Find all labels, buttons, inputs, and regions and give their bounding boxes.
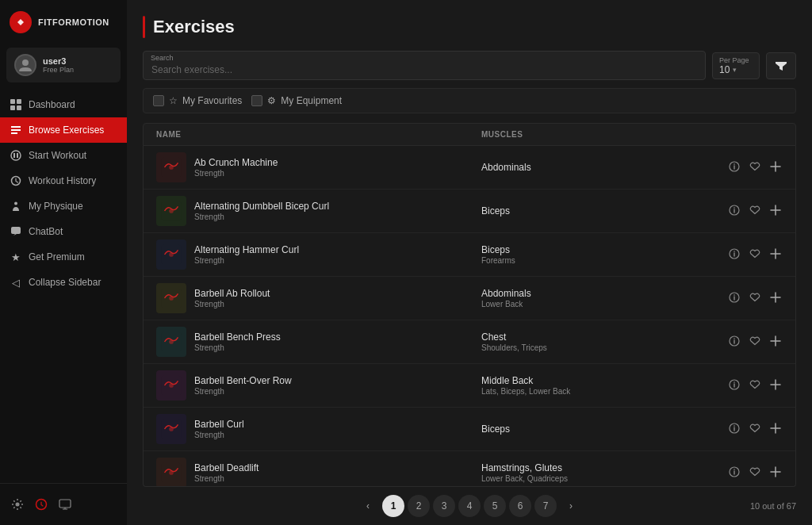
muscle-primary: Middle Back [481,375,719,386]
svg-point-9 [14,202,17,205]
pagination-page-4[interactable]: 4 [458,495,481,517]
logo-text: FITFORMOTION [38,17,109,27]
row-actions [719,203,783,220]
add-button[interactable] [768,377,783,394]
bottom-icons [0,490,127,519]
info-button[interactable] [727,203,741,219]
exercise-type: Strength [194,256,299,265]
sidebar-nav: Dashboard Browse Exercises Start Workout [0,86,127,483]
pagination-page-3[interactable]: 3 [433,495,455,517]
pagination-page-5[interactable]: 5 [484,495,506,517]
exercise-details: Barbell Deadlift Strength [194,462,259,483]
sidebar-item-workout-history[interactable]: Workout History [0,168,127,194]
add-button[interactable] [768,290,783,307]
sidebar-item-get-premium[interactable]: ★ Get Premium [0,244,127,270]
col-header-name: NAME [156,130,481,139]
exercise-type: Strength [194,213,329,221]
muscle-secondary: Lower Back [481,300,719,308]
exercise-name: Barbell Bent-Over Row [194,375,292,386]
add-button[interactable] [768,334,783,351]
table-row: Barbell Deadlift Strength Hamstrings, Gl… [144,451,795,487]
svg-point-23 [169,252,174,257]
sidebar-item-browse-exercises[interactable]: Browse Exercises [0,117,127,143]
exercise-name: Barbell Curl [194,419,244,430]
info-button[interactable] [727,465,741,481]
pagination-next[interactable]: › [560,495,582,517]
favourite-button[interactable] [748,334,762,350]
svg-point-7 [11,151,21,160]
exercises-table: NAME MUSCLES Ab Crunch Machine Strength … [143,123,796,487]
favourites-filter[interactable]: ☆ My Favourites [153,95,242,106]
favourite-button[interactable] [748,421,762,437]
info-button[interactable] [727,334,741,350]
table-header: NAME MUSCLES [143,123,796,146]
sidebar-item-chatbot[interactable]: ChatBot [0,219,127,244]
col-header-actions [719,130,783,139]
exercise-name: Alternating Dumbbell Bicep Curl [194,201,329,212]
star-icon: ☆ [169,95,178,106]
table-row: Alternating Dumbbell Bicep Curl Strength… [144,190,795,233]
pagination-page-6[interactable]: 6 [509,495,531,517]
per-page-selector[interactable]: Per Page 10 ▾ [712,52,760,79]
muscle-primary: Biceps [481,244,719,255]
exercise-type: Strength [194,474,259,483]
exercise-thumbnail [156,196,186,226]
add-button[interactable] [768,159,783,176]
svg-point-21 [733,207,735,209]
filter-row: ☆ My Favourites ⚙ My Equipment [143,88,796,113]
svg-point-45 [733,469,735,470]
exercise-type: Strength [194,431,244,439]
equipment-filter[interactable]: ⚙ My Equipment [251,95,342,106]
sidebar-item-label: Start Workout [29,150,86,161]
svg-point-43 [169,470,174,475]
info-button[interactable] [727,159,741,175]
search-row: Search Per Page 10 ▾ [143,51,796,80]
pagination-page-7[interactable]: 7 [534,495,557,517]
title-accent-bar [143,16,145,38]
add-button[interactable] [768,421,783,438]
settings-icon[interactable] [10,496,25,512]
favourite-button[interactable] [748,159,762,175]
favourite-button[interactable] [748,290,762,306]
physique-icon [10,200,22,213]
add-button[interactable] [768,203,783,220]
muscle-info: Abdominals Lower Back [481,288,719,308]
favourite-button[interactable] [748,247,762,262]
muscle-primary: Abdominals [481,288,719,299]
search-input[interactable] [143,51,706,80]
sidebar-item-start-workout[interactable]: Start Workout [0,143,127,168]
grid-icon [10,98,22,111]
info-button[interactable] [727,290,741,306]
info-button[interactable] [727,421,741,437]
info-button[interactable] [727,247,741,262]
history-icon [10,174,22,187]
main-content: Exercises Search Per Page 10 ▾ ☆ My Favo… [127,0,812,525]
info-button[interactable] [727,377,741,393]
muscle-secondary: Lats, Biceps, Lower Back [481,387,719,396]
pagination-prev[interactable]: ‹ [357,495,379,517]
user-name: user3 [43,56,74,66]
sidebar-item-dashboard[interactable]: Dashboard [0,92,127,117]
svg-point-29 [733,294,735,296]
timer-icon[interactable] [33,496,49,512]
equipment-checkbox[interactable] [251,95,262,106]
add-button[interactable] [768,247,783,263]
add-button[interactable] [768,465,783,481]
pagination-page-1[interactable]: 1 [382,495,404,517]
favourites-checkbox[interactable] [153,95,164,106]
exercise-thumbnail [156,240,186,270]
filter-button[interactable] [766,52,796,79]
svg-rect-5 [10,105,15,110]
sidebar-item-collapse[interactable]: ◁ Collapse Sidebar [0,270,127,295]
sidebar-item-my-physique[interactable]: My Physique [0,194,127,219]
exercises-list: Ab Crunch Machine Strength Abdominals [143,146,796,487]
muscle-info: Hamstrings, Glutes Lower Back, Quadricep… [481,462,719,483]
user-profile[interactable]: user3 Free Plan [6,48,121,82]
favourite-button[interactable] [748,465,762,481]
svg-point-15 [169,165,174,170]
pagination-page-2[interactable]: 2 [408,495,430,517]
favourite-button[interactable] [748,377,762,393]
svg-point-19 [169,209,174,213]
favourite-button[interactable] [748,203,762,219]
monitor-icon[interactable] [57,496,73,512]
